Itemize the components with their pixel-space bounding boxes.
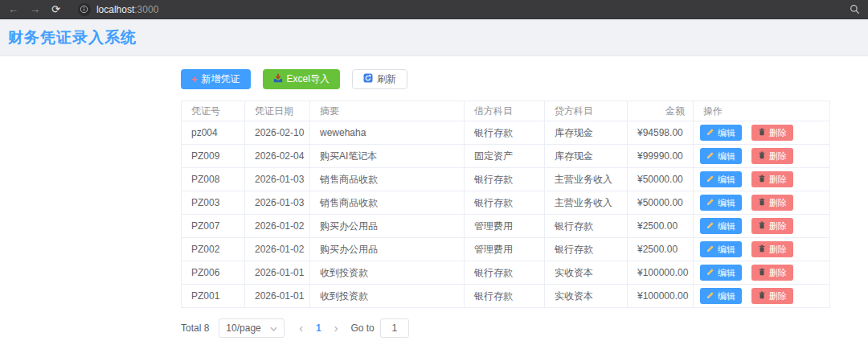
summary-cell: 购买办公用品 xyxy=(310,238,465,261)
actions-cell: 编辑 删除 xyxy=(694,191,830,215)
date-cell: 2026-01-01 xyxy=(245,261,310,285)
column-voucher-no: 凭证号 xyxy=(182,101,245,121)
prev-page-icon[interactable]: ‹ xyxy=(299,322,303,334)
table-row: PZ006 2026-01-01 收到投资款 银行存款 实收资本 ¥100000… xyxy=(182,261,830,285)
edit-button[interactable]: 编辑 xyxy=(700,171,742,187)
amount-cell: ¥2500.00 xyxy=(628,215,694,238)
trash-icon xyxy=(758,198,766,207)
pencil-icon xyxy=(706,268,714,277)
edit-button[interactable]: 编辑 xyxy=(700,265,742,281)
delete-label: 删除 xyxy=(769,267,787,279)
actions-cell: 编辑 删除 xyxy=(694,261,830,285)
refresh-button[interactable]: 刷新 xyxy=(352,69,407,89)
current-page[interactable]: 1 xyxy=(316,322,321,334)
url-text[interactable]: localhost:3000 xyxy=(96,4,158,15)
delete-button[interactable]: 删除 xyxy=(751,218,793,234)
table-row: PZ001 2026-01-01 收到投资款 银行存款 实收资本 ¥100000… xyxy=(182,285,830,308)
excel-import-button[interactable]: Excel导入 xyxy=(263,69,340,89)
delete-label: 删除 xyxy=(769,244,787,256)
credit-cell: 库存现金 xyxy=(545,145,628,168)
actions-cell: 编辑 删除 xyxy=(694,121,830,145)
amount-cell: ¥2500.00 xyxy=(628,238,694,261)
pencil-icon xyxy=(706,198,714,207)
voucher-no-cell: PZ001 xyxy=(182,285,245,308)
edit-button[interactable]: 编辑 xyxy=(700,148,742,164)
amount-cell: ¥100000.00 xyxy=(628,261,694,285)
page-size-select[interactable]: 10/page xyxy=(219,318,285,338)
delete-button[interactable]: 删除 xyxy=(751,265,793,281)
date-cell: 2026-02-10 xyxy=(245,121,310,145)
reload-icon[interactable]: ⟳ xyxy=(51,4,60,14)
debit-cell: 银行存款 xyxy=(465,168,545,191)
table-row: PZ003 2026-01-03 销售商品收款 银行存款 主营业务收入 ¥500… xyxy=(182,191,830,215)
credit-cell: 银行存款 xyxy=(545,215,628,238)
add-voucher-button[interactable]: + 新增凭证 xyxy=(181,69,251,89)
edit-button[interactable]: 编辑 xyxy=(700,125,742,141)
delete-button[interactable]: 删除 xyxy=(751,241,793,257)
edit-button[interactable]: 编辑 xyxy=(700,241,742,257)
amount-cell: ¥100000.00 xyxy=(628,285,694,308)
debit-cell: 管理费用 xyxy=(465,238,545,261)
trash-icon xyxy=(758,268,766,277)
trash-icon xyxy=(758,175,766,184)
column-credit: 贷方科目 xyxy=(545,101,628,121)
table-row: PZ008 2026-01-03 销售商品收款 银行存款 主营业务收入 ¥500… xyxy=(182,168,830,191)
column-amount: 金额 xyxy=(628,101,694,121)
site-info-icon[interactable] xyxy=(78,3,91,16)
magnifier-icon[interactable] xyxy=(850,4,860,14)
debit-cell: 管理费用 xyxy=(465,215,545,238)
edit-button[interactable]: 编辑 xyxy=(700,218,742,234)
credit-cell: 主营业务收入 xyxy=(545,168,628,191)
forward-icon[interactable]: → xyxy=(30,4,40,14)
trash-icon xyxy=(758,221,766,231)
credit-cell: 主营业务收入 xyxy=(545,191,628,215)
credit-cell: 实收资本 xyxy=(545,285,628,308)
edit-button[interactable]: 编辑 xyxy=(700,288,742,304)
debit-cell: 银行存款 xyxy=(465,121,545,145)
debit-cell: 银行存款 xyxy=(465,261,545,285)
delete-button[interactable]: 删除 xyxy=(751,288,793,304)
voucher-table: 凭证号 凭证日期 摘要 借方科目 贷方科目 金额 操作 pz004 2026-0… xyxy=(181,101,830,308)
goto-page-input[interactable] xyxy=(380,318,409,338)
actions-cell: 编辑 删除 xyxy=(694,168,830,191)
date-cell: 2026-01-01 xyxy=(245,285,310,308)
summary-cell: 收到投资款 xyxy=(310,261,465,285)
next-page-icon[interactable]: › xyxy=(334,322,338,334)
page-title: 财务凭证录入系统 xyxy=(8,27,137,48)
browser-chrome-bar: ← → ⟳ localhost:3000 xyxy=(0,0,868,19)
credit-cell: 银行存款 xyxy=(545,238,628,261)
summary-cell: 购买AI笔记本 xyxy=(310,145,465,168)
date-cell: 2026-01-03 xyxy=(245,168,310,191)
column-actions: 操作 xyxy=(694,101,830,121)
column-summary: 摘要 xyxy=(310,101,465,121)
delete-label: 删除 xyxy=(769,290,787,302)
delete-button[interactable]: 删除 xyxy=(751,148,793,164)
back-icon[interactable]: ← xyxy=(8,4,18,14)
delete-button[interactable]: 删除 xyxy=(751,125,793,141)
credit-cell: 实收资本 xyxy=(545,261,628,285)
url-port: :3000 xyxy=(134,4,158,15)
pencil-icon xyxy=(706,128,714,138)
amount-cell: ¥99990.00 xyxy=(628,145,694,168)
voucher-no-cell: PZ009 xyxy=(182,145,245,168)
table-row: pz004 2026-02-10 wewehaha 银行存款 库存现金 ¥945… xyxy=(182,121,830,145)
delete-label: 删除 xyxy=(769,150,787,162)
actions-cell: 编辑 删除 xyxy=(694,238,830,261)
delete-button[interactable]: 删除 xyxy=(751,195,793,211)
refresh-label: 刷新 xyxy=(377,72,396,86)
url-host: localhost xyxy=(96,4,134,15)
address-bar[interactable]: localhost:3000 xyxy=(78,3,158,16)
excel-import-label: Excel导入 xyxy=(287,72,330,86)
edit-label: 编辑 xyxy=(718,174,735,186)
delete-label: 删除 xyxy=(769,174,787,186)
voucher-table-body: pz004 2026-02-10 wewehaha 银行存款 库存现金 ¥945… xyxy=(182,121,830,308)
edit-label: 编辑 xyxy=(718,290,735,302)
voucher-no-cell: pz004 xyxy=(182,121,245,145)
edit-label: 编辑 xyxy=(718,197,735,209)
actions-cell: 编辑 删除 xyxy=(694,215,830,238)
edit-button[interactable]: 编辑 xyxy=(700,195,742,211)
delete-button[interactable]: 删除 xyxy=(751,171,793,187)
delete-label: 删除 xyxy=(769,127,787,139)
table-header-row: 凭证号 凭证日期 摘要 借方科目 贷方科目 金额 操作 xyxy=(182,101,830,121)
pencil-icon xyxy=(706,244,714,254)
